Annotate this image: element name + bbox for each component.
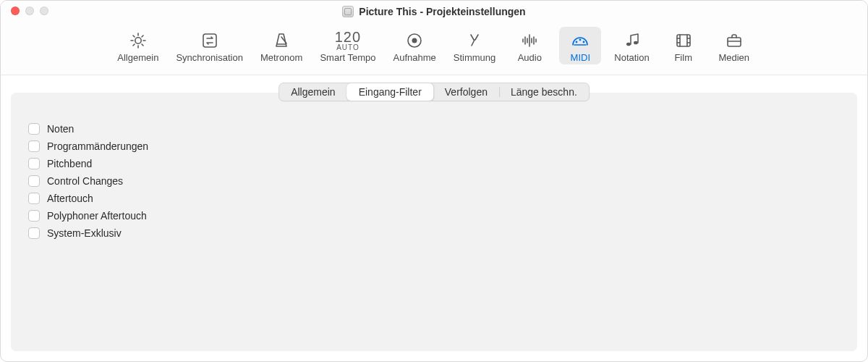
subtab-laenge-beschn[interactable]: Länge beschn. <box>499 83 589 101</box>
tab-metronom[interactable]: Metronom <box>256 27 307 64</box>
svg-point-3 <box>412 38 417 43</box>
checkbox-control-changes[interactable]: Control Changes <box>28 175 840 187</box>
svg-point-0 <box>135 38 141 43</box>
subtab-bar: Allgemein Eingang-Filter Verfolgen Länge… <box>278 83 590 101</box>
svg-point-5 <box>579 39 582 41</box>
tab-midi[interactable]: MIDI <box>559 27 601 64</box>
tab-film[interactable]: Film <box>663 27 705 64</box>
window-controls <box>11 7 48 15</box>
checkbox-icon <box>28 158 40 169</box>
smart-tempo-icon: 120 AUTO <box>335 28 361 53</box>
midi-icon <box>570 28 590 53</box>
checkbox-icon <box>28 123 40 135</box>
window-title: Picture This - Projekteinstellungen <box>359 6 525 17</box>
input-filter-options: Noten Programmänderungen Pitchbend Contr… <box>11 93 857 246</box>
briefcase-icon <box>724 28 744 53</box>
tab-label: Notation <box>614 52 649 63</box>
svg-rect-1 <box>203 34 216 47</box>
checkbox-icon <box>28 227 40 239</box>
tempo-value: 120 <box>335 30 361 44</box>
checkbox-icon <box>28 175 40 187</box>
svg-point-7 <box>626 43 631 46</box>
checkbox-icon <box>28 193 40 204</box>
tab-label: Synchronisation <box>176 52 243 63</box>
minimize-window-button[interactable] <box>25 7 34 15</box>
sync-icon <box>200 28 220 53</box>
checkbox-programmaenderungen[interactable]: Programmänderungen <box>28 140 840 152</box>
svg-point-4 <box>576 41 578 43</box>
gear-icon <box>128 28 148 53</box>
tab-label: Audio <box>518 52 542 63</box>
subtab-eingang-filter[interactable]: Eingang-Filter <box>347 83 433 101</box>
subtab-label: Länge beschn. <box>511 86 577 98</box>
waveform-icon <box>519 28 540 53</box>
tab-stimmung[interactable]: Stimmung <box>449 27 501 64</box>
checkbox-system-exklusiv[interactable]: System-Exklusiv <box>28 227 840 239</box>
tab-label: Film <box>674 52 692 63</box>
subtab-allgemein[interactable]: Allgemein <box>279 83 346 101</box>
tab-medien[interactable]: Medien <box>713 27 755 64</box>
subtab-label: Allgemein <box>291 86 335 98</box>
content-area: Allgemein Eingang-Filter Verfolgen Länge… <box>1 75 867 361</box>
tab-allgemein[interactable]: Allgemein <box>113 27 163 64</box>
close-window-button[interactable] <box>11 7 20 15</box>
checkbox-icon <box>28 210 40 222</box>
record-icon <box>404 28 425 53</box>
notation-icon <box>621 28 642 53</box>
project-settings-window: Picture This - Projekteinstellungen Allg… <box>0 0 868 362</box>
tab-label: Aufnahme <box>393 52 435 63</box>
checkbox-aftertouch[interactable]: Aftertouch <box>28 193 840 204</box>
checkbox-icon <box>28 140 40 152</box>
tab-aufnahme[interactable]: Aufnahme <box>388 27 440 64</box>
film-icon <box>673 28 694 53</box>
svg-rect-10 <box>728 38 741 46</box>
app-icon <box>342 6 354 17</box>
subtab-label: Eingang-Filter <box>359 86 422 98</box>
toolbar: Allgemein Synchronisation Metronom <box>1 22 867 75</box>
checkbox-noten[interactable]: Noten <box>28 123 840 135</box>
subtab-verfolgen[interactable]: Verfolgen <box>433 83 499 101</box>
zoom-window-button[interactable] <box>40 7 48 15</box>
tab-synchronisation[interactable]: Synchronisation <box>171 27 247 64</box>
svg-point-6 <box>583 41 585 43</box>
checkbox-label: Polyphoner Aftertouch <box>47 210 147 222</box>
subtab-label: Verfolgen <box>445 86 488 98</box>
tab-label: Metronom <box>260 52 303 63</box>
midi-settings-panel: Allgemein Eingang-Filter Verfolgen Länge… <box>11 93 857 351</box>
checkbox-label: Programmänderungen <box>47 140 148 152</box>
checkbox-label: System-Exklusiv <box>47 227 122 239</box>
svg-rect-9 <box>677 35 690 46</box>
checkbox-label: Pitchbend <box>47 158 92 169</box>
checkbox-polyphoner-aftertouch[interactable]: Polyphoner Aftertouch <box>28 210 840 222</box>
titlebar: Picture This - Projekteinstellungen <box>1 1 867 22</box>
checkbox-label: Aftertouch <box>47 193 93 204</box>
tab-label: Medien <box>718 52 749 63</box>
tuning-fork-icon <box>464 28 485 53</box>
tab-notation[interactable]: Notation <box>610 27 653 64</box>
tab-audio[interactable]: Audio <box>509 27 550 64</box>
svg-point-8 <box>634 41 638 45</box>
window-title-wrap: Picture This - Projekteinstellungen <box>342 6 525 17</box>
tab-label: Smart Tempo <box>320 52 375 63</box>
tab-label: Allgemein <box>117 52 158 63</box>
checkbox-label: Noten <box>47 123 74 135</box>
metronome-icon <box>271 28 292 53</box>
tab-smart-tempo[interactable]: 120 AUTO Smart Tempo <box>315 27 380 64</box>
checkbox-pitchbend[interactable]: Pitchbend <box>28 158 840 169</box>
tempo-mode: AUTO <box>336 44 359 51</box>
checkbox-label: Control Changes <box>47 175 123 187</box>
tab-label: Stimmung <box>454 52 496 63</box>
tab-label: MIDI <box>571 52 590 63</box>
